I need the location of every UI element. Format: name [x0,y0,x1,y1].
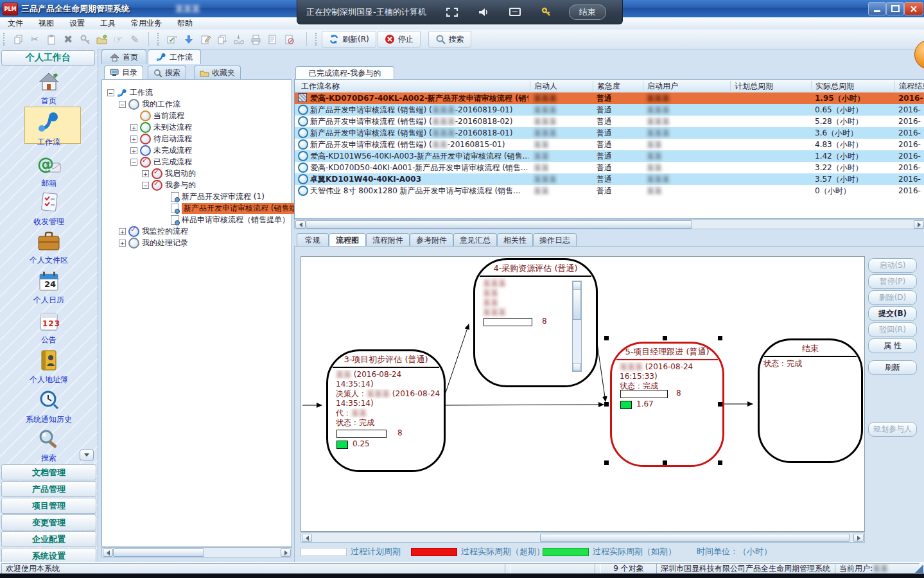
content-tab-completed-participated[interactable]: 已完成流程-我参与的 [295,66,394,80]
table-row[interactable]: 新产品开发申请审核流程 (销售端) (某某某-20160818-02) 某某某 … [295,116,924,127]
section-enterprise-config[interactable]: 企业配置 [1,531,96,547]
flow-node-5-pm-followup[interactable]: 5-项目经理跟进 (普通) 某某某 (2016-08-24 16:15:33) … [610,342,724,467]
close-button[interactable] [904,2,923,15]
col-urgency[interactable]: 紧急度 [593,81,646,91]
tree-node-completed[interactable]: 已完成流程 [130,157,192,168]
duplicate-icon[interactable] [214,31,231,47]
fullscreen-icon[interactable] [446,7,458,17]
refresh-button[interactable]: 刷新(R) [322,31,376,48]
tree-node-workflow[interactable]: 工作流 [107,87,153,98]
detail-tab-operation-log[interactable]: 操作日志 [533,233,577,247]
flow-node-3-initial-evaluation[interactable]: 3-项目初步评估 (普通) 某某 (2016-08-24 14:35:14) 决… [326,349,446,472]
menu-help[interactable]: 帮助 [170,18,200,29]
menu-tools[interactable]: 工具 [92,18,123,29]
accept-task-icon[interactable] [164,31,180,47]
section-change-management[interactable]: 变更管理 [1,514,96,530]
sidebar-item-calendar[interactable]: 24 个人日历 [4,271,94,306]
tree-node-unfinished[interactable]: 未完成流程 [130,145,192,156]
node-scrollbar[interactable] [572,281,582,372]
selection-handle[interactable] [718,460,722,465]
detail-tab-flowchart[interactable]: 流程图 [329,233,366,247]
table-row[interactable]: 天智伟业 8寸 800x1280 新产品开发申请与审核流程 (销售... 某某 … [295,185,924,197]
expand-icon[interactable] [142,170,149,177]
tree-node-my-records[interactable]: 我的处理记录 [119,238,188,249]
sign-pen-icon[interactable]: ✎ [126,31,143,47]
scroll-thumb[interactable] [113,548,204,557]
expand-icon[interactable] [130,147,137,154]
table-row[interactable]: 新产品开发申请审核流程 (销售端) (某某某-20160819-01) 某某某 … [295,104,924,116]
selection-handle[interactable] [718,336,722,340]
menu-view[interactable]: 视图 [31,18,62,29]
tree-node-monitored[interactable]: 我监控的流程 [119,226,188,237]
col-actual-cycle[interactable]: 实际总周期 [811,81,898,91]
collapse-icon[interactable] [107,89,114,96]
tree-node-participated[interactable]: 我参与的 [142,180,196,191]
section-document-management[interactable]: 文档管理 [1,464,96,480]
report-doc-icon[interactable] [264,31,281,47]
col-starter[interactable]: 启动人 [530,81,596,91]
key-icon[interactable] [76,31,93,47]
point-hand-icon[interactable]: ☞ [110,31,126,47]
plan-participants-button[interactable]: 规划参与人 [868,422,917,437]
selection-handle[interactable] [604,460,609,465]
stop-button[interactable]: 停止 [378,31,421,48]
expand-icon[interactable] [119,228,126,235]
restore-button[interactable] [886,2,904,15]
table-row[interactable]: 爱高-KD101W56-40KI-A003-新产品开发申请审核流程 (销售...… [295,150,924,162]
tree-leaf-sample-process[interactable]: 样品申请审核流程（销售提单） [161,215,290,225]
delete-button[interactable]: 删除(D) [868,290,917,305]
submit-button[interactable]: 提交(B) [868,306,917,321]
detail-tab-general[interactable]: 常规 [297,233,329,247]
inbox-icon[interactable] [231,31,247,47]
tree-node-started-by-me[interactable]: 我启动的 [142,168,196,179]
monitor-icon[interactable] [509,7,521,17]
col-workflow-name[interactable]: 工作流名称 [297,81,340,91]
collapse-icon[interactable] [119,101,126,108]
table-row[interactable]: 爱高-KD070D50-40KI-A001-新产品开发申请审核流程 (销售...… [295,162,924,173]
flow-node-4-procurement-evaluation[interactable]: 4-采购资源评估 (普通) 某某某 某某 某某 某某某 8 [473,258,598,387]
pause-button[interactable]: 暂停(P) [868,274,917,289]
menu-file[interactable]: 文件 [0,18,31,29]
pin-icon[interactable] [541,7,552,17]
tree-tab-search[interactable]: 搜索 [148,66,186,80]
sidebar-item-announcements[interactable]: 123 公告 [4,311,94,346]
block-doc-icon[interactable] [281,31,297,47]
scroll-right-icon[interactable] [914,220,924,229]
menu-business[interactable]: 常用业务 [123,18,170,29]
detail-tab-reference-attachments[interactable]: 参考附件 [410,233,453,247]
table-row[interactable]: 卓翼KD101W40-40KI-A003 某某某 普通 某某某 3.57（小时）… [295,173,924,185]
table-row[interactable]: 爱高-KD070D67-40KL-A002-新产品开发申请审核流程 (销售...… [295,92,924,104]
paste-icon[interactable] [43,31,60,47]
sidebar-item-send-receive[interactable]: 收发管理 [4,191,94,227]
start-button[interactable]: 启动(S) [868,258,917,273]
table-horizontal-scrollbar[interactable] [294,219,924,229]
expand-icon[interactable] [130,124,137,131]
section-project-management[interactable]: 项目管理 [1,498,96,514]
scroll-thumb[interactable] [573,289,581,320]
tree-leaf-review-process[interactable]: 新产品开发评审流程 (1) [161,191,265,202]
tree-node-current[interactable]: 当前流程 [130,110,184,121]
scroll-right-icon[interactable] [281,548,291,557]
resize-grip[interactable] [915,565,923,573]
menu-settings[interactable]: 设置 [62,18,92,29]
scroll-thumb[interactable] [306,220,692,229]
selection-handle[interactable] [663,460,667,465]
canvas-horizontal-scrollbar[interactable] [301,532,865,543]
selection-handle[interactable] [604,402,609,407]
scroll-left-icon[interactable] [103,548,113,557]
selection-handle[interactable] [718,402,722,407]
collapse-icon[interactable] [142,182,149,189]
reject-button[interactable]: 驳回(R) [868,322,917,337]
col-planned-cycle[interactable]: 计划总周期 [730,81,814,91]
flow-node-end[interactable]: 结束 状态：完成 [758,338,863,463]
tree-leaf-apply-review-process-selected[interactable]: 新产品开发申请审核流程 (销售端 [161,203,295,214]
printer-icon[interactable] [247,31,264,47]
col-start-user[interactable]: 启动用户 [643,81,733,91]
end-session-button[interactable]: 结束 [569,4,606,20]
tree-tab-directory[interactable]: 目录 [104,66,143,80]
collapse-icon[interactable] [130,159,137,166]
tab-home[interactable]: 首页 [101,49,146,64]
table-row[interactable]: 新产品开发申请审核流程 (销售端) (某某某-20160818-01) 某某某 … [295,127,924,139]
sidebar-item-mail[interactable]: @ 邮箱 [4,153,94,189]
col-end-time[interactable]: 流程结束时间 [894,81,924,91]
